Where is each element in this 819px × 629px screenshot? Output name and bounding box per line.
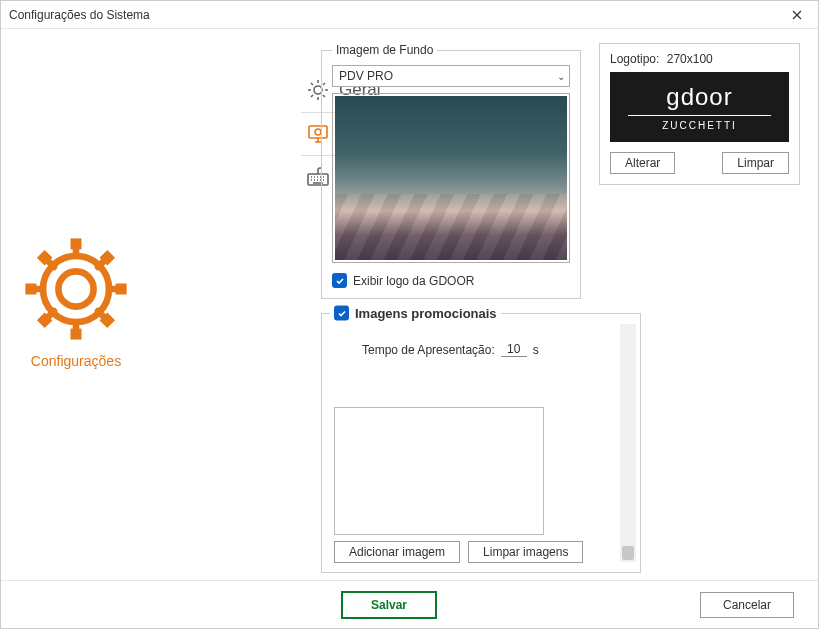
settings-gear-icon [21, 234, 131, 347]
background-image-group: Imagem de Fundo PDV PRO ⌄ Exibir logo da… [321, 43, 581, 299]
scroll-thumb[interactable] [622, 546, 634, 560]
logo-dims: 270x100 [667, 52, 713, 66]
logo-preview: gdoor ZUCCHETTI [610, 72, 789, 142]
sidebar: Configurações Geral Aparência [1, 29, 321, 628]
promo-title: Imagens promocionais [355, 306, 497, 321]
background-preview [332, 93, 570, 263]
promo-time-input[interactable]: 10 [501, 342, 527, 357]
check-icon [337, 308, 347, 318]
window-title: Configurações do Sistema [9, 8, 150, 22]
logo-brand-sub: ZUCCHETTI [662, 120, 737, 131]
show-logo-label: Exibir logo da GDOOR [353, 274, 474, 288]
promo-checkbox[interactable] [334, 306, 349, 321]
show-logo-checkbox[interactable] [332, 273, 347, 288]
background-select[interactable]: PDV PRO ⌄ [332, 65, 570, 87]
promo-group: Imagens promocionais Tempo de Apresentaç… [321, 313, 641, 573]
titlebar: Configurações do Sistema [1, 1, 818, 29]
logo-group: Logotipo: 270x100 gdoor ZUCCHETTI Altera… [599, 43, 800, 185]
promo-time-unit: s [533, 343, 539, 357]
footer: Salvar Cancelar [1, 580, 818, 628]
cancel-button[interactable]: Cancelar [700, 592, 794, 618]
settings-window: Configurações do Sistema Configurações [0, 0, 819, 629]
close-icon [792, 10, 802, 20]
logo-clear-button[interactable]: Limpar [722, 152, 789, 174]
clear-images-button[interactable]: Limpar imagens [468, 541, 583, 563]
background-preview-image [335, 96, 567, 260]
logo-label: Logotipo: [610, 52, 659, 66]
window-body: Configurações Geral Aparência [1, 29, 818, 628]
close-button[interactable] [782, 4, 812, 26]
chevron-down-icon: ⌄ [557, 71, 565, 82]
content: Imagem de Fundo PDV PRO ⌄ Exibir logo da… [321, 29, 818, 628]
promo-scrollbar[interactable] [620, 324, 636, 562]
sidebar-brand-label: Configurações [31, 353, 121, 369]
select-value: PDV PRO [339, 69, 393, 83]
check-icon [335, 276, 345, 286]
promo-time-label: Tempo de Apresentação: [362, 343, 495, 357]
promo-image-list[interactable] [334, 407, 544, 535]
add-image-button[interactable]: Adicionar imagem [334, 541, 460, 563]
save-button[interactable]: Salvar [341, 591, 437, 619]
svg-point-1 [43, 256, 109, 322]
logo-alter-button[interactable]: Alterar [610, 152, 675, 174]
svg-point-0 [58, 271, 93, 306]
logo-brand-main: gdoor [666, 83, 732, 111]
background-legend: Imagem de Fundo [332, 43, 437, 57]
